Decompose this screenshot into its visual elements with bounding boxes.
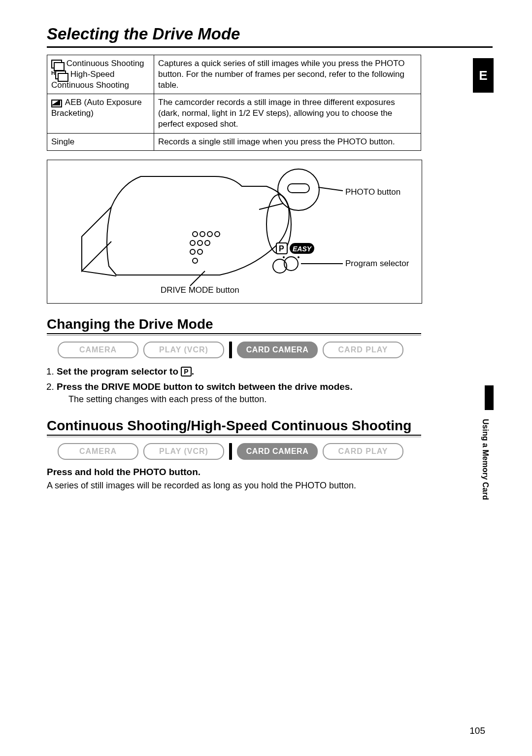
mode-chip-card-camera: CARD CAMERA xyxy=(237,443,318,460)
svg-point-10 xyxy=(190,249,195,254)
svg-point-11 xyxy=(198,249,202,254)
svg-point-9 xyxy=(205,241,210,245)
svg-point-23 xyxy=(283,256,285,258)
step-text: Press the DRIVE MODE button to switch be… xyxy=(57,381,353,392)
steps-list: Set the program selector to P. Press the… xyxy=(57,365,493,406)
mode-desc-cell: Records a single still image when you pr… xyxy=(154,133,421,150)
diagram-label-selector: Program selector xyxy=(345,259,409,269)
mode-desc-cell: The camcorder records a still image in t… xyxy=(154,94,421,133)
continuous-icon xyxy=(51,60,62,69)
diagram-label-photo: PHOTO button xyxy=(345,187,400,197)
page-title: Selecting the Drive Mode xyxy=(47,25,493,43)
manual-page: Selecting the Drive Mode E Continuous Sh… xyxy=(0,0,532,756)
svg-text:P: P xyxy=(279,244,284,253)
drive-modes-table: Continuous Shooting H High-Speed Continu… xyxy=(47,55,421,151)
section-rule xyxy=(47,435,421,437)
table-row: Continuous Shooting H High-Speed Continu… xyxy=(47,55,421,94)
svg-point-3 xyxy=(193,232,198,237)
page-number: 105 xyxy=(469,725,485,736)
mode-name-cell: AEB (Auto Exposure Bracketing) xyxy=(47,94,154,133)
svg-point-12 xyxy=(193,258,198,263)
step-item: Set the program selector to P. xyxy=(57,365,493,378)
svg-point-5 xyxy=(207,232,212,237)
language-tab: E xyxy=(473,58,494,93)
mode-name-cell: Continuous Shooting H High-Speed Continu… xyxy=(47,55,154,94)
mode-label: AEB (Auto Exposure Bracketing) xyxy=(51,98,142,118)
svg-text:EASY: EASY xyxy=(293,245,312,253)
high-speed-h-icon: H xyxy=(51,70,55,76)
svg-line-16 xyxy=(318,187,343,191)
mode-label: Continuous Shooting xyxy=(66,59,144,68)
svg-point-13 xyxy=(278,169,319,210)
section-tab-label: Using a Memory Card xyxy=(481,419,490,500)
svg-line-18 xyxy=(190,271,205,286)
table-row: AEB (Auto Exposure Bracketing) The camco… xyxy=(47,94,421,133)
svg-point-8 xyxy=(198,241,202,245)
mode-separator xyxy=(229,443,232,460)
mode-chip-card-play: CARD PLAY xyxy=(323,443,403,460)
mode-chip-play-vcr: PLAY (VCR) xyxy=(143,342,224,358)
instruction-bold: Press and hold the PHOTO button. xyxy=(47,467,493,478)
svg-point-24 xyxy=(298,256,299,258)
table-row: Single Records a single still image when… xyxy=(47,133,421,150)
mode-chip-card-camera: CARD CAMERA xyxy=(237,342,318,358)
mode-name-cell: Single xyxy=(47,133,154,150)
svg-point-6 xyxy=(215,232,220,237)
title-rule xyxy=(47,46,493,48)
p-mode-icon: P xyxy=(181,367,191,377)
mode-separator xyxy=(229,342,232,358)
svg-point-7 xyxy=(190,241,195,245)
mode-indicator-row: CAMERA PLAY (VCR) CARD CAMERA CARD PLAY xyxy=(58,443,493,460)
camcorder-diagram: P EASY PHOTO button Program selector DRI… xyxy=(47,160,422,304)
continuous-icon xyxy=(55,70,66,79)
section-heading: Continuous Shooting/High-Speed Continuou… xyxy=(47,418,493,434)
step-text: . xyxy=(192,366,194,377)
aeb-icon xyxy=(51,100,61,106)
mode-chip-camera: CAMERA xyxy=(58,342,138,358)
mode-chip-card-play: CARD PLAY xyxy=(323,342,403,358)
svg-rect-14 xyxy=(288,184,309,193)
mode-chip-camera: CAMERA xyxy=(58,443,138,460)
section-rule xyxy=(47,333,421,336)
step-subtext: The setting changes with each press of t… xyxy=(68,393,493,405)
instruction-text: A series of still images will be recorde… xyxy=(47,480,493,491)
diagram-label-drive: DRIVE MODE button xyxy=(161,285,239,295)
step-text: Set the program selector to xyxy=(57,366,181,377)
mode-chip-play-vcr: PLAY (VCR) xyxy=(143,443,224,460)
camcorder-svg: P EASY xyxy=(47,160,422,303)
mode-desc-cell: Captures a quick series of still images … xyxy=(154,55,421,94)
step-item: Press the DRIVE MODE button to switch be… xyxy=(57,380,493,405)
mode-indicator-row: CAMERA PLAY (VCR) CARD CAMERA CARD PLAY xyxy=(58,342,493,358)
svg-line-15 xyxy=(259,204,283,209)
section-heading: Changing the Drive Mode xyxy=(47,316,493,332)
section-marker xyxy=(485,385,494,410)
svg-point-4 xyxy=(200,232,205,237)
